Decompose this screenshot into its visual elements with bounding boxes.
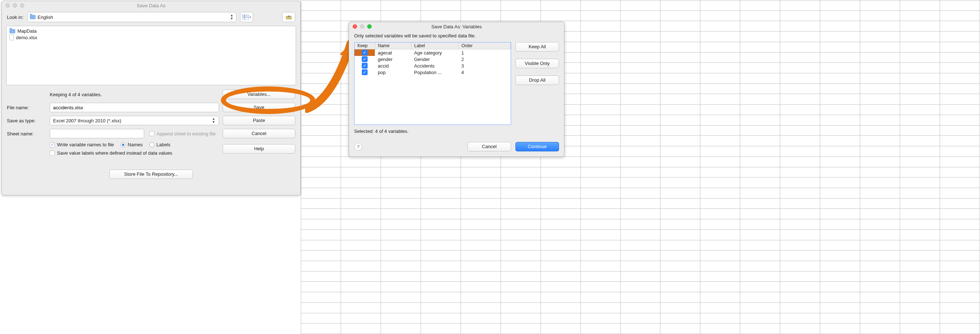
save-value-labels-label: Save value labels where defined instead … — [57, 150, 172, 156]
visible-only-button[interactable]: Visible Only — [515, 59, 559, 68]
var-label: Age category — [411, 49, 458, 56]
write-names-checkbox[interactable] — [50, 142, 55, 147]
var-name: gender — [375, 56, 411, 62]
svg-rect-0 — [242, 14, 249, 20]
var-order: 1 — [458, 49, 511, 56]
folder-icon — [10, 29, 15, 33]
window-close-icon[interactable] — [5, 3, 10, 8]
view-mode-button[interactable]: ▾ — [240, 12, 253, 22]
save-value-labels-checkbox[interactable] — [50, 151, 55, 156]
look-in-combo[interactable]: English ▲▼ — [27, 12, 237, 22]
sheet-name-input[interactable] — [50, 129, 144, 138]
save-as-type-label: Save as type: — [7, 118, 46, 123]
look-in-value: English — [38, 14, 53, 20]
folder-icon — [30, 15, 36, 19]
col-label[interactable]: Label — [411, 43, 458, 49]
window-close-icon[interactable] — [353, 24, 357, 29]
variables-table[interactable]: Keep Name Label Order agecatAge category… — [354, 42, 511, 125]
var-order: 2 — [458, 56, 511, 62]
variables-dialog-titlebar[interactable]: Save Data As: Variables — [349, 22, 564, 31]
file-item-name: MapData — [18, 28, 37, 34]
window-zoom-icon[interactable] — [20, 3, 24, 8]
vars-continue-button[interactable]: Continue — [515, 142, 559, 151]
document-icon — [10, 35, 14, 40]
keeping-text: Keeping 4 of 4 variables. — [50, 92, 102, 97]
file-list-item[interactable]: MapData — [10, 28, 293, 34]
file-item-name: demo.xlsx — [16, 35, 37, 40]
save-dialog-title: Save Data As — [2, 3, 301, 8]
save-as-type-value: Excel 2007 through 2010 (*.xlsx) — [53, 118, 121, 123]
window-minimize-icon[interactable] — [360, 24, 364, 29]
up-folder-button[interactable] — [282, 12, 295, 22]
cancel-button[interactable]: Cancel — [223, 129, 295, 138]
var-order: 4 — [458, 69, 511, 76]
var-name: pop — [375, 69, 411, 76]
variables-instruction: Only selected variables will be saved to… — [354, 33, 559, 38]
labels-radio-label: Labels — [157, 142, 170, 147]
help-button[interactable]: Help — [223, 144, 295, 154]
variable-row[interactable]: genderGender2 — [355, 56, 511, 62]
var-label: Population ... — [411, 69, 458, 76]
names-radio[interactable] — [121, 142, 126, 147]
combo-stepper-icon[interactable]: ▲▼ — [229, 14, 234, 20]
keep-checkbox[interactable] — [362, 69, 368, 75]
variable-row[interactable]: accidAccidents3 — [355, 62, 511, 69]
var-order: 3 — [458, 62, 511, 69]
file-list-item[interactable]: demo.xlsx — [10, 35, 293, 40]
file-list[interactable]: MapData demo.xlsx — [6, 26, 296, 85]
combo-stepper-icon[interactable]: ▲▼ — [212, 117, 216, 124]
sheet-name-label: Sheet name: — [7, 131, 46, 137]
file-name-input[interactable] — [50, 103, 219, 112]
var-name: accid — [375, 62, 411, 69]
variables-dialog: Save Data As: Variables Only selected va… — [349, 22, 565, 157]
variable-row[interactable]: agecatAge category1 — [355, 49, 511, 56]
names-radio-label: Names — [128, 142, 143, 147]
highlight-oval — [221, 86, 315, 114]
write-names-label: Write variable names to file — [57, 142, 114, 147]
window-minimize-icon[interactable] — [13, 3, 17, 8]
append-sheet-checkbox[interactable] — [149, 131, 154, 136]
col-order[interactable]: Order — [458, 43, 511, 49]
col-name[interactable]: Name — [375, 43, 411, 49]
keep-checkbox[interactable] — [362, 50, 368, 56]
var-label: Gender — [411, 56, 458, 62]
look-in-label: Look in: — [7, 14, 24, 20]
var-label: Accidents — [411, 62, 458, 69]
callout-arrow-icon — [305, 40, 356, 116]
keep-checkbox[interactable] — [362, 56, 368, 62]
store-repo-button[interactable]: Store File To Repository... — [109, 170, 193, 179]
keep-checkbox[interactable] — [362, 63, 368, 68]
append-sheet-label: Append sheet to existing file — [157, 131, 216, 137]
col-keep[interactable]: Keep — [355, 43, 375, 49]
labels-radio[interactable] — [149, 142, 154, 147]
variable-row[interactable]: popPopulation ...4 — [355, 69, 511, 76]
selected-summary: Selected: 4 of 4 variables. — [354, 129, 559, 134]
variables-dialog-title: Save Data As: Variables — [349, 24, 564, 29]
vars-cancel-button[interactable]: Cancel — [468, 142, 511, 151]
file-name-label: File name: — [7, 105, 46, 110]
save-dialog-titlebar[interactable]: Save Data As — [2, 1, 301, 10]
paste-button[interactable]: Paste — [223, 116, 295, 125]
keep-all-button[interactable]: Keep All — [515, 42, 559, 52]
var-name: agecat — [375, 49, 411, 56]
help-icon[interactable]: ? — [354, 143, 362, 151]
drop-all-button[interactable]: Drop All — [515, 76, 559, 85]
save-as-type-combo[interactable]: Excel 2007 through 2010 (*.xlsx) ▲▼ — [50, 116, 219, 125]
window-zoom-icon[interactable] — [367, 24, 372, 29]
